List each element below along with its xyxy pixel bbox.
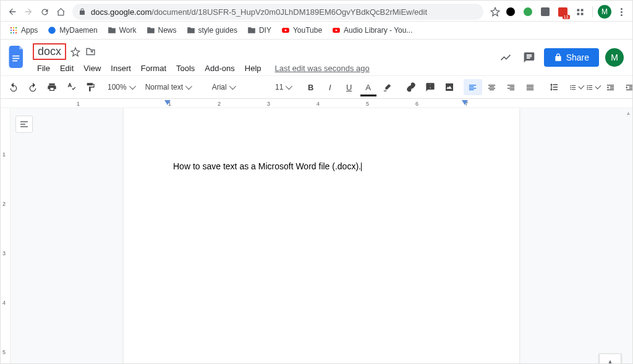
account-avatar[interactable]: M xyxy=(605,48,624,67)
zoom-dropdown[interactable]: 100% xyxy=(104,80,137,95)
align-left-button[interactable] xyxy=(464,79,482,95)
bookmark-folder-news[interactable]: News xyxy=(143,24,181,36)
align-center-button[interactable] xyxy=(483,79,501,95)
extension-icon-2[interactable] xyxy=(520,4,535,19)
scrollbar-up-arrow[interactable]: ▴ xyxy=(626,108,631,117)
ruler-tick: 3 xyxy=(267,101,270,107)
forward-button[interactable] xyxy=(20,4,36,20)
svg-rect-1 xyxy=(580,9,583,11)
last-edit-link[interactable]: Last edit was seconds ago xyxy=(271,61,374,75)
decrease-indent-button[interactable] xyxy=(601,79,620,95)
menu-addons[interactable]: Add-ons xyxy=(200,61,239,75)
chevron-down-icon xyxy=(229,83,236,90)
text-cursor xyxy=(361,163,362,171)
insert-image-button[interactable] xyxy=(440,79,459,95)
reload-button[interactable] xyxy=(36,4,53,20)
home-button[interactable] xyxy=(53,4,69,20)
activity-button[interactable] xyxy=(497,49,514,66)
page[interactable]: How to save text as a Microsoft Word fil… xyxy=(124,108,519,364)
chevron-down-icon xyxy=(595,83,601,89)
spellcheck-button[interactable] xyxy=(62,79,80,95)
highlight-button[interactable] xyxy=(378,79,397,95)
bookmark-audiolibrary[interactable]: Audio Library - You... xyxy=(328,24,416,36)
menu-edit[interactable]: Edit xyxy=(56,61,78,75)
svg-point-9 xyxy=(15,30,17,31)
underline-button[interactable]: U xyxy=(340,79,359,95)
extension-icon-1[interactable] xyxy=(503,4,518,19)
insert-comment-button[interactable] xyxy=(421,79,440,95)
bookmark-star-button[interactable] xyxy=(487,4,503,20)
increase-indent-button[interactable] xyxy=(621,79,633,95)
bookmark-folder-diy[interactable]: DIY xyxy=(244,24,275,36)
paint-format-button[interactable] xyxy=(81,79,100,95)
checklist-button[interactable] xyxy=(568,80,584,95)
menu-format[interactable]: Format xyxy=(137,61,171,75)
ruler-tick: 6 xyxy=(415,101,418,107)
apps-shortcut[interactable]: Apps xyxy=(6,24,41,36)
docs-logo[interactable] xyxy=(7,43,28,70)
svg-point-13 xyxy=(49,27,56,34)
line-spacing-button[interactable] xyxy=(545,79,563,95)
svg-point-7 xyxy=(11,30,12,31)
text-color-button[interactable]: A xyxy=(359,79,378,95)
formatting-toolbar: 100% Normal text Arial 11 B I U A xyxy=(1,75,632,99)
svg-point-12 xyxy=(15,32,17,33)
star-button[interactable] xyxy=(70,46,81,57)
menu-tools[interactable]: Tools xyxy=(172,61,199,75)
svg-point-8 xyxy=(13,30,14,31)
url-bar[interactable]: docs.google.com/document/d/18USFR-5_HupV… xyxy=(72,4,483,20)
ublock-icon[interactable]: 13 xyxy=(555,4,570,19)
bold-button[interactable]: B xyxy=(302,79,320,95)
font-dropdown[interactable]: Arial xyxy=(209,80,265,95)
document-body-text[interactable]: How to save text as a Microsoft Word fil… xyxy=(173,161,361,171)
horizontal-ruler[interactable]: 1 1 2 3 4 5 6 7 xyxy=(1,99,632,108)
insert-link-button[interactable] xyxy=(402,79,420,95)
back-button[interactable] xyxy=(4,4,20,20)
indent-marker-right[interactable] xyxy=(462,100,468,105)
outline-toggle-button[interactable] xyxy=(15,116,33,133)
bookmark-folder-styleguides[interactable]: style guides xyxy=(183,24,241,36)
move-button[interactable] xyxy=(85,46,96,57)
vertical-ruler[interactable]: 1 2 3 4 5 xyxy=(1,108,11,364)
svg-rect-0 xyxy=(577,9,579,11)
font-size-input[interactable]: 11 xyxy=(270,80,297,95)
svg-rect-16 xyxy=(12,56,19,57)
print-button[interactable] xyxy=(43,79,61,95)
comments-button[interactable] xyxy=(520,49,538,66)
align-right-button[interactable] xyxy=(502,79,520,95)
ruler-tick: 1 xyxy=(77,101,80,107)
align-justify-button[interactable] xyxy=(521,79,540,95)
menu-help[interactable]: Help xyxy=(240,61,266,75)
bookmark-folder-work[interactable]: Work xyxy=(104,24,140,36)
share-button[interactable]: Share xyxy=(544,48,599,67)
separator xyxy=(592,6,593,17)
explore-button[interactable] xyxy=(599,353,621,364)
menu-insert[interactable]: Insert xyxy=(106,61,135,75)
chrome-menu-button[interactable] xyxy=(614,4,629,19)
menu-file[interactable]: File xyxy=(33,61,54,75)
indent-marker-left[interactable] xyxy=(164,100,171,105)
browser-avatar[interactable]: M xyxy=(598,5,611,19)
redo-button[interactable] xyxy=(23,79,42,95)
paragraph-style-dropdown[interactable]: Normal text xyxy=(142,80,204,95)
work-area: 1 2 3 4 5 How to save text as a Microsof… xyxy=(1,108,632,364)
italic-button[interactable]: I xyxy=(321,79,339,95)
document-canvas[interactable]: How to save text as a Microsoft Word fil… xyxy=(11,108,632,364)
undo-button[interactable] xyxy=(4,79,23,95)
doc-title[interactable]: docx xyxy=(33,43,66,60)
bookmark-mydaemen[interactable]: MyDaemen xyxy=(44,24,101,36)
extensions-puzzle-icon[interactable] xyxy=(572,4,587,19)
bookmark-youtube[interactable]: YouTube xyxy=(278,24,326,36)
extension-icon-3[interactable] xyxy=(538,4,553,19)
chevron-down-icon xyxy=(579,83,585,89)
bulleted-list-button[interactable] xyxy=(585,80,601,95)
svg-rect-2 xyxy=(577,12,579,15)
menu-view[interactable]: View xyxy=(79,61,105,75)
browser-toolbar: docs.google.com/document/d/18USFR-5_HupV… xyxy=(1,1,632,22)
ruler-tick: 4 xyxy=(316,101,320,107)
bookmarks-bar: Apps MyDaemen Work News style guides DIY… xyxy=(1,22,632,40)
chevron-down-icon xyxy=(129,83,135,90)
svg-point-20 xyxy=(587,87,588,88)
svg-rect-3 xyxy=(580,12,583,15)
svg-point-11 xyxy=(13,32,14,33)
